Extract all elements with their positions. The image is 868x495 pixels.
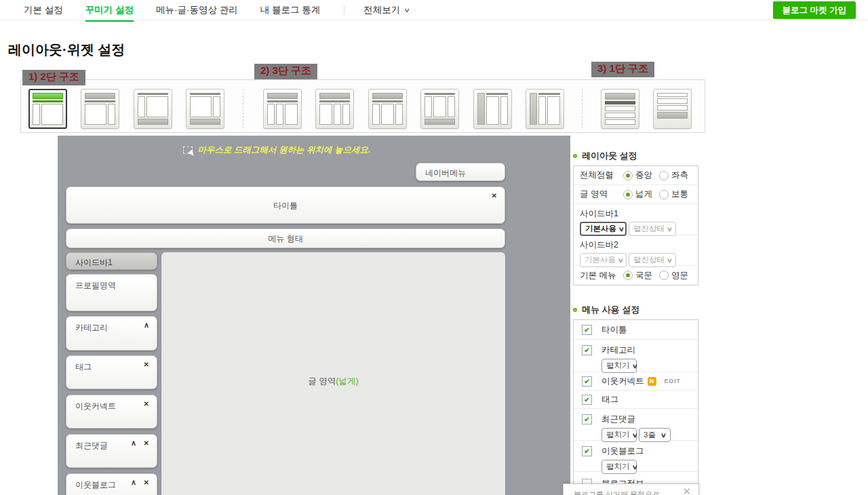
close-icon[interactable]: ✕ (144, 361, 149, 368)
drag-hint: 마우스로 드래그해서 원하는 위치에 놓으세요. (58, 144, 496, 156)
layout-thumbnail-2[interactable] (81, 89, 119, 129)
collapse-icon[interactable]: ∧ (131, 479, 136, 486)
menu-usage-heading: 메뉴 사용 설정 (573, 304, 639, 316)
layout-thumbnail-8[interactable] (420, 89, 459, 129)
nav-divider (344, 5, 344, 15)
layout-thumbnail-7[interactable] (368, 89, 407, 129)
menu-usage-label: 이웃블로그 (601, 446, 644, 457)
sidebar1-use-select[interactable]: 기본사용 ∨ (580, 222, 627, 236)
menu-usage-label: 태그 (601, 394, 618, 405)
sidebar2-setting-label: 사이드바2 (580, 239, 692, 251)
widget-profile[interactable]: 프로필영역 (66, 274, 157, 311)
recent-comments-lines-select[interactable]: 3줄 ∨ (639, 428, 671, 442)
widget-neighbor-blog[interactable]: 이웃블로그 ∧ ✕ (66, 473, 157, 495)
radio-icon[interactable] (623, 171, 633, 180)
widget-post-area[interactable]: 글 영역(넓게) (161, 252, 505, 495)
radio-icon[interactable] (659, 271, 669, 280)
widget-label: 사이드바1 (75, 257, 113, 269)
close-icon[interactable]: ✕ (144, 479, 149, 486)
align-label: 전체정렬 (580, 170, 623, 181)
radio-icon[interactable] (659, 190, 669, 199)
close-icon[interactable]: ✕ (144, 440, 149, 447)
align-row: 전체정렬 중앙 좌측 (574, 166, 698, 185)
collapse-icon[interactable]: ∧ (144, 321, 149, 329)
widget-sidebar1[interactable]: 사이드바1 (66, 252, 157, 270)
category-expand-select[interactable]: 펼치기 ∨ (601, 359, 637, 373)
checkbox-neighbor-blog[interactable]: ✔ (582, 446, 592, 456)
widget-label: 카테고리 (75, 322, 108, 334)
checkbox-neighbor-connect[interactable]: ✔ (582, 376, 592, 387)
nav-tab-basic-settings[interactable]: 기본 설정 (24, 4, 63, 16)
layout-thumbnail-1[interactable] (28, 89, 67, 129)
annotation-three-column: 2) 3단 구조 (254, 64, 317, 79)
post-area-setting-label: 글 영역 (580, 189, 623, 200)
widget-label: 태그 (75, 361, 92, 373)
menu-usage-row-tag: ✔ 태그 (574, 391, 698, 409)
widget-neighbor-connect[interactable]: 이웃커넥트 ✕ (66, 395, 157, 429)
radio-align-left[interactable]: 좌측 (659, 170, 688, 181)
radio-post-wide[interactable]: 넓게 (623, 189, 652, 200)
menu-usage-row-title: ✔ 타이틀 (574, 320, 698, 340)
select-arrow-icon: ∨ (667, 257, 673, 264)
widget-tag[interactable]: 태그 ✕ (66, 355, 157, 389)
checkbox-tag[interactable]: ✔ (582, 395, 592, 405)
radio-menu-english[interactable]: 영문 (659, 270, 688, 281)
checkbox-recent-comments[interactable]: ✔ (582, 414, 592, 424)
sidebar2-row: 사이드바2 기본사용 ∨ 펼친상태 ∨ (574, 235, 698, 266)
top-navigation: 기본 설정 꾸미기 설정 메뉴·글·동영상 관리 내 블로그 통계 전체보기 ∨… (0, 0, 868, 20)
select-arrow-icon: ∨ (618, 257, 624, 264)
radio-menu-korean[interactable]: 국문 (623, 270, 652, 281)
select-arrow-icon: ∨ (631, 464, 637, 471)
radio-align-center[interactable]: 중앙 (623, 170, 652, 181)
select-arrow-icon: ∨ (660, 432, 667, 439)
nav-tab-blog-stats[interactable]: 내 블로그 통계 (260, 4, 321, 16)
thumbnail-group-divider (582, 89, 583, 128)
menu-usage-row-category: ✔ 카테고리 펼치기 ∨ (574, 340, 698, 372)
edit-link[interactable]: EDIT (664, 378, 681, 384)
checkbox-category[interactable]: ✔ (582, 345, 592, 355)
sidebar2-use-select[interactable]: 기본사용 ∨ (580, 253, 627, 267)
view-all-dropdown[interactable]: 전체보기 ∨ (363, 4, 410, 16)
post-area-row: 글 영역 넓게 보통 (574, 185, 698, 204)
layout-canvas: 마우스로 드래그해서 원하는 위치에 놓으세요. 네이버메뉴 타이틀 ✕ 메뉴 … (58, 136, 570, 495)
layout-thumbnail-4[interactable] (186, 89, 224, 129)
widget-category[interactable]: 카테고리 ∧ (66, 316, 157, 351)
base-menu-row: 기본 메뉴 국문 영문 (574, 266, 698, 285)
layout-thumbnail-10[interactable] (526, 89, 564, 129)
recent-comments-expand-select[interactable]: 펼치기 ∨ (601, 428, 637, 442)
layout-thumbnail-6[interactable] (315, 89, 354, 129)
widget-title[interactable]: 타이틀 ✕ (66, 186, 505, 224)
radio-icon[interactable] (623, 271, 633, 280)
collapse-icon[interactable]: ∧ (131, 439, 136, 447)
menu-usage-box: ✔ 타이틀 ✔ 카테고리 펼치기 ∨ ✔ 이웃커넥트 N EDIT ✔ 태그 (573, 319, 698, 495)
nav-tab-decorate-settings[interactable]: 꾸미기 설정 (85, 4, 134, 16)
sidebar1-setting-label: 사이드바1 (580, 208, 692, 220)
layout-thumbnail-3[interactable] (134, 89, 172, 129)
close-icon[interactable]: ✕ (144, 401, 149, 408)
select-arrow-icon: ∨ (667, 226, 673, 233)
new-badge: N (648, 377, 656, 386)
radio-post-normal[interactable]: 보통 (659, 189, 688, 200)
sidebar1-state-select[interactable]: 펼친상태 ∨ (629, 222, 676, 236)
layout-thumbnail-11[interactable] (601, 89, 639, 129)
widget-naver-menu[interactable]: 네이버메뉴 (416, 163, 505, 181)
sidebar2-state-select[interactable]: 펼친상태 ∨ (629, 253, 676, 267)
layout-thumbnail-9[interactable] (473, 89, 512, 129)
radio-icon[interactable] (623, 190, 633, 199)
layout-thumbnail-12[interactable] (653, 89, 692, 129)
nav-tab-menu-post-video[interactable]: 메뉴·글·동영상 관리 (156, 4, 238, 16)
checkbox-title[interactable]: ✔ (582, 325, 592, 335)
widget-label: 메뉴 형태 (66, 233, 505, 244)
widget-recent-comments[interactable]: 최근댓글 ∧ ✕ (66, 434, 157, 468)
blog-market-join-button[interactable]: 블로그 마켓 가입 (773, 1, 856, 19)
radio-icon[interactable] (659, 171, 669, 180)
widget-menu-shape[interactable]: 메뉴 형태 (66, 229, 505, 248)
layout-thumbnail-5[interactable] (263, 89, 302, 129)
menu-usage-row-neighbor-connect: ✔ 이웃커넥트 N EDIT (574, 372, 698, 391)
widget-label: 프로필영역 (75, 280, 116, 292)
popup-close-icon[interactable]: ✕ (682, 486, 691, 495)
base-menu-label: 기본 메뉴 (580, 270, 623, 281)
close-icon[interactable]: ✕ (492, 193, 497, 199)
view-all-label: 전체보기 (363, 4, 400, 16)
chevron-down-icon: ∨ (404, 7, 411, 14)
